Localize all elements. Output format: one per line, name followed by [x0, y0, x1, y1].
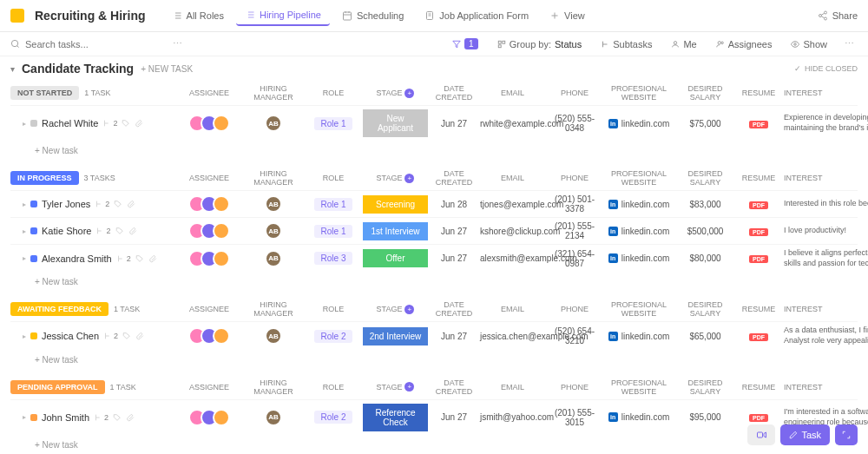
col-email[interactable]: EMAIL: [480, 89, 545, 97]
col-resume[interactable]: RESUME: [737, 305, 780, 313]
hide-closed-toggle[interactable]: ✓ HIDE CLOSED: [794, 64, 858, 73]
email-cell[interactable]: jsmith@yahoo.com: [480, 412, 545, 422]
col-email[interactable]: EMAIL: [480, 174, 545, 182]
manager-cell[interactable]: AB: [243, 195, 304, 213]
share-button[interactable]: Share: [818, 10, 858, 21]
status-chip[interactable]: NOT STARTED: [10, 86, 79, 100]
status-square[interactable]: [30, 201, 37, 207]
tag-icon[interactable]: [122, 119, 130, 128]
tag-icon[interactable]: [122, 332, 131, 340]
col-assignee[interactable]: ASSIGNEE: [179, 89, 240, 97]
expand-fab[interactable]: [835, 424, 858, 445]
status-square[interactable]: [30, 255, 37, 262]
stage-cell[interactable]: Offer: [363, 249, 428, 267]
stage-cell[interactable]: Reference Check: [363, 404, 428, 431]
avatar[interactable]: [213, 409, 230, 426]
task-name[interactable]: Jessica Chen: [42, 331, 99, 341]
new-task-row[interactable]: + New task: [10, 435, 858, 454]
subtask-count[interactable]: 2: [94, 413, 108, 422]
resume-cell[interactable]: PDF: [737, 332, 780, 341]
tag-icon[interactable]: [114, 200, 122, 208]
task-row[interactable]: ▸ John Smith 2 AB Role 2 Reference Check…: [10, 399, 858, 435]
email-cell[interactable]: jessica.chen@example.com: [480, 332, 545, 341]
expand-arrow-icon[interactable]: ▸: [23, 332, 26, 340]
role-pill[interactable]: Role 2: [314, 411, 353, 424]
col-salary[interactable]: DESIRED SALARY: [677, 84, 733, 102]
task-name[interactable]: Rachel White: [42, 118, 98, 128]
col-role[interactable]: ROLE: [307, 383, 359, 391]
col-date[interactable]: DATE CREATED: [431, 169, 477, 187]
stage-cell[interactable]: Screening: [363, 195, 428, 214]
task-row[interactable]: ▸ Tyler Jones 2 AB Role 1 Screening Jun …: [10, 190, 858, 217]
task-name[interactable]: John Smith: [42, 412, 89, 423]
email-cell[interactable]: tjones@example.com: [480, 200, 545, 209]
assignees-button[interactable]: Assignees: [711, 37, 778, 51]
subtask-count[interactable]: 2: [95, 200, 109, 208]
new-task-row[interactable]: + New task: [10, 141, 858, 161]
filter-button[interactable]: 1: [447, 36, 483, 51]
search-input[interactable]: [25, 39, 164, 49]
attachment-icon[interactable]: [128, 227, 137, 235]
col-website[interactable]: PROFESIONAL WEBSITE: [604, 300, 674, 318]
manager-cell[interactable]: AB: [243, 409, 304, 426]
attachment-icon[interactable]: [126, 413, 135, 422]
website-cell[interactable]: inlinkedin.com: [604, 332, 674, 341]
expand-arrow-icon[interactable]: ▸: [23, 254, 26, 262]
col-interest[interactable]: INTEREST+: [784, 382, 868, 392]
manager-cell[interactable]: AB: [243, 222, 304, 240]
col-role[interactable]: ROLE: [307, 174, 359, 182]
resume-cell[interactable]: PDF: [737, 227, 780, 236]
col-website[interactable]: PROFESIONAL WEBSITE: [604, 169, 674, 187]
avatar[interactable]: AB: [265, 250, 282, 267]
status-square[interactable]: [30, 414, 37, 421]
plus-icon[interactable]: +: [404, 382, 414, 391]
me-button[interactable]: Me: [666, 37, 701, 51]
avatar[interactable]: AB: [265, 327, 282, 345]
assignee-cell[interactable]: [179, 195, 240, 213]
website-cell[interactable]: inlinkedin.com: [604, 253, 674, 263]
col-email[interactable]: EMAIL: [480, 305, 545, 313]
col-interest[interactable]: INTEREST+: [784, 304, 868, 314]
resume-cell[interactable]: PDF: [737, 200, 780, 209]
col-salary[interactable]: DESIRED SALARY: [677, 378, 733, 396]
plus-icon[interactable]: +: [404, 174, 414, 183]
col-manager[interactable]: HIRING MANAGER: [243, 169, 304, 187]
col-date[interactable]: DATE CREATED: [431, 84, 477, 102]
role-pill[interactable]: Role 1: [314, 225, 353, 238]
plus-icon[interactable]: +: [404, 89, 414, 98]
expand-arrow-icon[interactable]: ▸: [23, 227, 26, 235]
manager-cell[interactable]: AB: [243, 250, 304, 267]
collapse-icon[interactable]: ▾: [10, 64, 15, 74]
col-phone[interactable]: PHONE: [549, 305, 601, 313]
col-website[interactable]: PROFESIONAL WEBSITE: [604, 84, 674, 102]
task-row[interactable]: ▸ Jessica Chen 2 AB Role 2 2nd Interview…: [10, 321, 858, 349]
search-more-icon[interactable]: ⋯: [169, 38, 186, 49]
col-phone[interactable]: PHONE: [549, 383, 601, 391]
assignee-cell[interactable]: [179, 327, 240, 345]
col-salary[interactable]: DESIRED SALARY: [677, 169, 733, 187]
avatar[interactable]: [213, 195, 230, 213]
website-cell[interactable]: inlinkedin.com: [604, 412, 674, 422]
col-stage[interactable]: STAGE +: [363, 89, 428, 98]
col-stage[interactable]: STAGE +: [363, 305, 428, 314]
col-manager[interactable]: HIRING MANAGER: [243, 378, 304, 396]
assignee-cell[interactable]: [179, 250, 240, 267]
col-assignee[interactable]: ASSIGNEE: [179, 383, 240, 391]
subtask-count[interactable]: 2: [116, 254, 131, 263]
resume-cell[interactable]: PDF: [737, 412, 780, 422]
stage-cell[interactable]: 1st Interview: [363, 222, 428, 240]
col-phone[interactable]: PHONE: [549, 89, 601, 97]
task-name[interactable]: Katie Shore: [42, 226, 91, 236]
website-cell[interactable]: inlinkedin.com: [604, 119, 674, 128]
col-role[interactable]: ROLE: [307, 89, 359, 97]
col-manager[interactable]: HIRING MANAGER: [243, 84, 304, 102]
avatar[interactable]: AB: [265, 409, 282, 426]
email-cell[interactable]: kshore@clickup.com: [480, 227, 545, 236]
status-square[interactable]: [30, 227, 37, 234]
resume-cell[interactable]: PDF: [737, 253, 780, 263]
website-cell[interactable]: inlinkedin.com: [604, 227, 674, 236]
expand-arrow-icon[interactable]: ▸: [23, 120, 26, 128]
new-task-row[interactable]: + New task: [10, 272, 858, 292]
col-resume[interactable]: RESUME: [737, 89, 780, 97]
tab-view[interactable]: View: [541, 5, 594, 26]
